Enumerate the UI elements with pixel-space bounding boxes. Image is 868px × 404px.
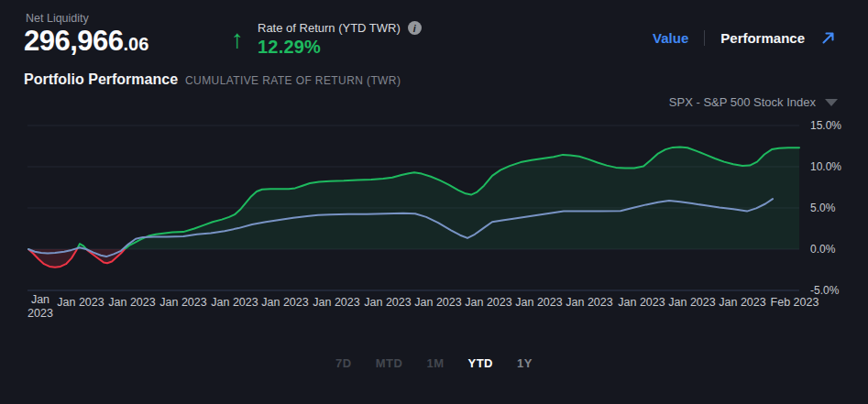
- x-axis-label: Jan 2023: [566, 296, 612, 309]
- portfolio-performance-page: Net Liquidity 296,966 .06 ↑ Rate of Retu…: [0, 0, 868, 404]
- page-subtitle: CUMULATIVE RATE OF RETURN (TWR): [185, 74, 401, 87]
- trend-up-arrow-icon: ↑: [231, 26, 244, 53]
- view-tabs: Value Performance: [653, 30, 836, 46]
- x-axis-label: Jan 2023: [211, 296, 258, 309]
- open-performance-arrow-icon[interactable]: [820, 30, 836, 46]
- x-axis-label: Jan 2023: [668, 296, 715, 309]
- section-header: Portfolio Performance CUMULATIVE RATE OF…: [24, 71, 401, 88]
- x-axis-label: Jan 2023: [57, 296, 104, 309]
- net-liquidity-label: Net Liquidity: [26, 12, 89, 25]
- y-axis-label: 5.0%: [810, 202, 836, 214]
- x-axis-label: Jan 2023: [465, 296, 511, 309]
- x-axis-label: Jan 2023: [313, 296, 359, 309]
- x-axis-label: Jan 2023: [108, 296, 155, 309]
- chevron-down-icon: [825, 99, 838, 106]
- y-axis-label: 0.0%: [810, 243, 836, 256]
- benchmark-selector-value: SPX - S&P 500 Stock Index: [669, 95, 816, 109]
- rate-of-return-block: Rate of Return (YTD TWR) i 12.29%: [258, 21, 422, 58]
- range-button-ytd[interactable]: YTD: [467, 356, 493, 370]
- x-axis-label: Jan 2023: [414, 296, 461, 309]
- range-button-1m[interactable]: 1M: [426, 356, 444, 370]
- net-liquidity-main: 296,966: [24, 25, 124, 58]
- y-axis-label: 15.0%: [810, 119, 841, 132]
- page-title: Portfolio Performance: [24, 71, 178, 88]
- rate-of-return-label: Rate of Return (YTD TWR): [258, 21, 401, 35]
- x-axis-label: Jan2023: [27, 293, 53, 320]
- performance-chart: 15.0%10.0%5.0%0.0%-5.0%Jan2023Jan 2023Ja…: [0, 110, 868, 339]
- time-range-buttons: 7D MTD 1M YTD 1Y: [0, 356, 868, 370]
- x-axis-label: Jan 2023: [618, 296, 665, 309]
- rate-of-return-value: 12.29%: [258, 37, 422, 58]
- tab-performance[interactable]: Performance: [720, 30, 805, 46]
- net-liquidity-value: 296,966 .06: [24, 25, 148, 58]
- y-axis-label: 10.0%: [810, 160, 841, 173]
- info-icon[interactable]: i: [408, 21, 422, 35]
- x-axis-label: Jan 2023: [159, 296, 206, 309]
- x-axis-label: Jan 2023: [719, 296, 765, 309]
- x-axis-label: Feb 2023: [771, 296, 819, 309]
- net-liquidity-decimals: .06: [124, 34, 149, 55]
- range-button-1y[interactable]: 1Y: [517, 356, 533, 370]
- x-axis-label: Jan 2023: [364, 296, 411, 309]
- range-button-mtd[interactable]: MTD: [376, 356, 403, 370]
- range-button-7d[interactable]: 7D: [335, 356, 352, 370]
- y-axis-label: -5.0%: [810, 284, 840, 297]
- x-axis-label: Jan 2023: [515, 296, 562, 309]
- tab-value[interactable]: Value: [653, 30, 688, 46]
- benchmark-selector[interactable]: SPX - S&P 500 Stock Index: [669, 95, 838, 109]
- tab-divider: [704, 30, 705, 46]
- x-axis-label: Jan 2023: [261, 296, 308, 309]
